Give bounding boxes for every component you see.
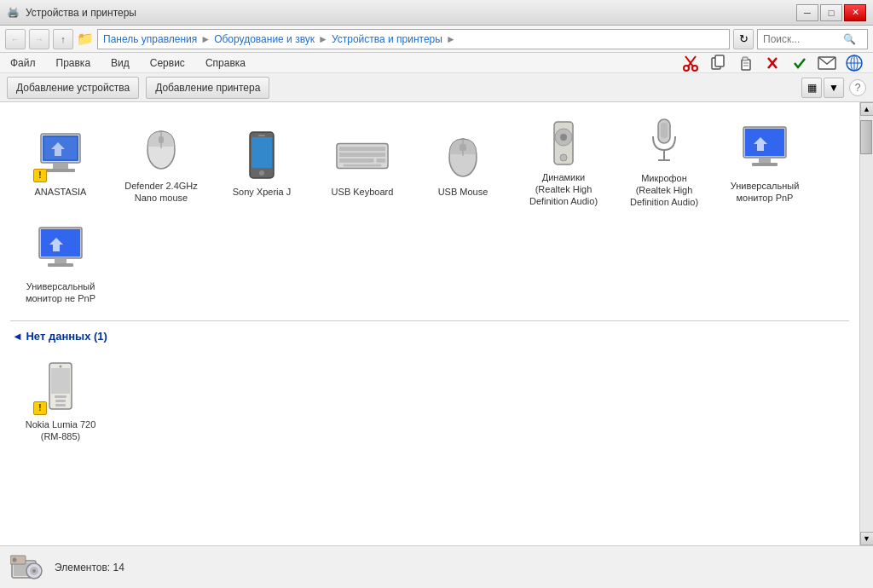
device-label-microphone: Микрофон(Realtek HighDefinition Audio) — [630, 172, 698, 209]
menu-help[interactable]: Справка — [202, 55, 249, 71]
scroll-track[interactable] — [860, 116, 873, 532]
section-no-data-label: ◄ Нет данных (1) — [12, 330, 107, 343]
svg-rect-58 — [51, 368, 70, 394]
svg-rect-7 — [743, 57, 748, 61]
device-label-nokia: Nokia Lumia 720(RM-885) — [26, 418, 96, 443]
svg-rect-29 — [258, 135, 265, 136]
globe-icon[interactable] — [842, 52, 866, 74]
refresh-button[interactable]: ↻ — [733, 29, 754, 49]
svg-rect-33 — [339, 159, 374, 163]
address-bar: ← → ↑ 📁 Панель управления ► Оборудование… — [0, 26, 873, 53]
cut-icon[interactable] — [679, 52, 702, 74]
svg-point-42 — [560, 154, 567, 161]
device-label-anastasia: ANASTASIA — [35, 186, 87, 198]
checkmark-icon[interactable] — [788, 52, 812, 74]
scroll-thumb[interactable] — [860, 120, 872, 154]
status-bar: Элементов: 14 — [0, 545, 873, 588]
status-icon — [10, 551, 44, 585]
email-icon[interactable] — [815, 52, 839, 74]
path-control-panel[interactable]: Панель управления — [103, 33, 197, 45]
add-device-button[interactable]: Добавление устройства — [7, 77, 139, 99]
device-usb-mouse[interactable]: USB Mouse — [416, 116, 510, 210]
view-dropdown-button[interactable]: ▼ — [824, 78, 844, 98]
svg-point-3 — [692, 66, 697, 71]
device-icon-monitor-non-pnp — [33, 222, 88, 277]
device-label-defender: Defender 2.4GHzNano mouse — [124, 180, 198, 205]
device-label-monitor-pnp: Универсальныймонитор PnP — [731, 180, 800, 205]
svg-rect-5 — [715, 55, 724, 66]
warning-badge-nokia: ! — [33, 401, 47, 415]
svg-rect-46 — [661, 123, 668, 138]
device-monitor-non-pnp[interactable]: Универсальныймонитор не PnP — [14, 216, 107, 310]
svg-rect-55 — [55, 258, 66, 263]
warning-badge-anastasia: ! — [33, 169, 47, 182]
section-divider — [10, 320, 849, 321]
menu-service[interactable]: Сервис — [147, 55, 188, 71]
paste-icon[interactable] — [733, 52, 757, 74]
svg-rect-38 — [460, 144, 466, 151]
scrollbar: ▲ ▼ — [859, 102, 873, 545]
device-microphone[interactable]: Микрофон(Realtek HighDefinition Audio) — [617, 116, 711, 210]
svg-rect-61 — [55, 404, 66, 406]
address-path: Панель управления ► Оборудование и звук … — [97, 29, 730, 49]
device-usb-keyboard[interactable]: USB Keyboard — [315, 116, 409, 210]
main-content: ! ANASTASIA Defender 2.4GHzNano mouse — [0, 102, 873, 545]
svg-rect-59 — [55, 395, 66, 398]
device-icon-dynamics — [536, 118, 591, 168]
add-printer-button[interactable]: Добавление принтера — [146, 77, 269, 99]
svg-rect-60 — [55, 400, 66, 402]
no-data-grid: ! Nokia Lumia 720(RM-885) — [10, 348, 849, 455]
svg-rect-32 — [339, 153, 385, 157]
menu-edit[interactable]: Правка — [53, 55, 95, 71]
device-icon-monitor-pnp — [737, 122, 792, 176]
section-no-data[interactable]: ◄ Нет данных (1) — [10, 325, 849, 348]
svg-rect-31 — [339, 147, 385, 151]
scroll-up-button[interactable]: ▲ — [860, 102, 874, 116]
device-icon-anastasia: ! — [33, 128, 88, 182]
view-grid-button[interactable]: ▦ — [801, 78, 822, 98]
device-nokia-lumia[interactable]: ! Nokia Lumia 720(RM-885) — [14, 355, 107, 448]
menu-file[interactable]: Файл — [7, 55, 39, 71]
action-bar: Добавление устройства Добавление принтер… — [0, 73, 873, 102]
device-monitor-pnp[interactable]: Универсальныймонитор PnP — [718, 116, 812, 210]
device-icon-usb-mouse — [436, 128, 490, 182]
device-label-dynamics: Динамики(Realtek HighDefinition Audio) — [529, 171, 598, 208]
copy-icon[interactable] — [706, 52, 730, 74]
svg-rect-25 — [159, 136, 164, 143]
menu-view[interactable]: Вид — [107, 55, 133, 71]
search-input[interactable] — [763, 33, 840, 45]
path-hardware-sound[interactable]: Оборудование и звук — [214, 33, 315, 45]
delete-icon[interactable] — [760, 52, 784, 74]
device-area: ! ANASTASIA Defender 2.4GHzNano mouse — [0, 102, 859, 545]
svg-point-2 — [684, 66, 689, 71]
folder-icon: 📁 — [77, 31, 94, 47]
help-button[interactable]: ? — [849, 79, 866, 96]
title-bar-left: 🖨️ Устройства и принтеры — [7, 6, 136, 20]
status-text: Элементов: 14 — [55, 562, 124, 574]
device-anastasia[interactable]: ! ANASTASIA — [14, 116, 107, 210]
title-bar: 🖨️ Устройства и принтеры ─ □ ✕ — [0, 0, 873, 26]
svg-rect-20 — [46, 169, 75, 172]
devices-grid: ! ANASTASIA Defender 2.4GHzNano mouse — [10, 109, 849, 317]
minimize-button[interactable]: ─ — [796, 4, 818, 21]
path-devices-printers[interactable]: Устройства и принтеры — [332, 33, 442, 45]
svg-rect-27 — [251, 137, 272, 168]
svg-rect-50 — [759, 158, 771, 163]
maximize-button[interactable]: □ — [820, 4, 842, 21]
device-label-sony: Sony Xperia J — [233, 186, 291, 198]
close-button[interactable]: ✕ — [844, 4, 866, 21]
svg-rect-56 — [48, 263, 73, 267]
up-button[interactable]: ↑ — [53, 29, 73, 49]
svg-rect-34 — [376, 159, 385, 163]
device-dynamics[interactable]: Динамики(Realtek HighDefinition Audio) — [517, 116, 610, 210]
search-box: 🔍 — [757, 29, 868, 49]
app-icon: 🖨️ — [7, 6, 20, 20]
svg-rect-6 — [742, 60, 750, 70]
device-icon-keyboard — [335, 128, 390, 182]
device-icon-microphone — [637, 118, 691, 169]
device-sony-xperia[interactable]: Sony Xperia J — [215, 116, 309, 210]
forward-button[interactable]: → — [29, 29, 49, 49]
device-defender[interactable]: Defender 2.4GHzNano mouse — [114, 116, 208, 210]
back-button[interactable]: ← — [5, 29, 26, 49]
scroll-down-button[interactable]: ▼ — [860, 532, 874, 545]
